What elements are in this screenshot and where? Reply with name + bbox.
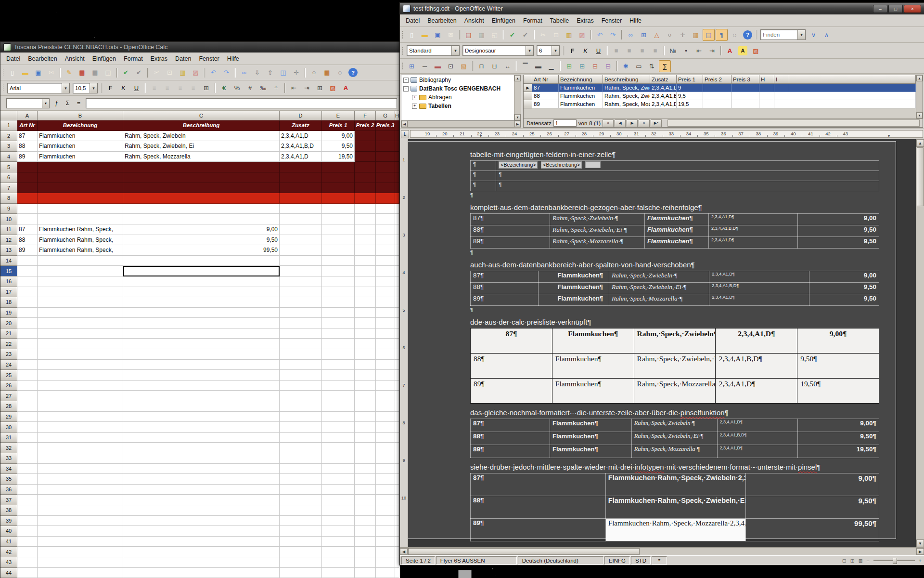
- cell-B9[interactable]: [38, 204, 123, 214]
- calc-navigator-icon[interactable]: ✛: [290, 66, 302, 79]
- vertical-ruler[interactable]: 12345678910: [400, 139, 408, 547]
- writer-copy-icon[interactable]: ⊡: [550, 29, 562, 41]
- cell-E5[interactable]: [322, 162, 355, 172]
- cell-F32[interactable]: [355, 443, 376, 453]
- calc-format-paintbrush-icon[interactable]: ▨: [190, 66, 202, 79]
- cell-H9[interactable]: [395, 204, 399, 214]
- cell-D43[interactable]: [280, 557, 322, 568]
- cell-E18[interactable]: [322, 297, 355, 308]
- row-header-32[interactable]: 32: [0, 443, 17, 453]
- cell-D20[interactable]: [280, 318, 322, 328]
- cell-B37[interactable]: [38, 495, 123, 505]
- grid-cell[interactable]: 2,3,4,A1,B,D: [650, 92, 677, 100]
- cell-A13[interactable]: 89: [17, 245, 38, 256]
- cell-E44[interactable]: [322, 568, 355, 578]
- cell-A28[interactable]: [17, 401, 38, 412]
- grid-cell[interactable]: [732, 100, 759, 108]
- cell-E42[interactable]: [322, 547, 355, 557]
- cell-B10[interactable]: [38, 214, 123, 224]
- cell-C32[interactable]: [123, 443, 280, 453]
- cell-B3[interactable]: Flammkuchen: [38, 141, 123, 152]
- cell-G40[interactable]: [376, 526, 395, 537]
- zoom-out-icon[interactable]: −: [865, 558, 870, 564]
- cell-H20[interactable]: [395, 318, 399, 328]
- writer-find-previous-icon[interactable]: ∧: [821, 29, 833, 41]
- calc-gallery-icon[interactable]: ▦: [321, 66, 333, 79]
- grid-horizontal-scrollbar[interactable]: [667, 119, 920, 127]
- cell-B34[interactable]: [38, 464, 123, 474]
- calc-spellcheck-icon[interactable]: ✔: [120, 66, 132, 79]
- calc-menu-bearbeiten[interactable]: Bearbeiten: [24, 54, 61, 64]
- cell-C34[interactable]: [123, 464, 280, 474]
- cell-A20[interactable]: [17, 318, 38, 328]
- writer-format-paintbrush-icon[interactable]: ▨: [576, 29, 588, 41]
- cell-C24[interactable]: [123, 360, 280, 370]
- cell-D4[interactable]: 2,3,4,A1,D: [280, 152, 322, 162]
- cell-C10[interactable]: [123, 214, 280, 224]
- cell-B33[interactable]: [38, 453, 123, 464]
- row-header-31[interactable]: 31: [0, 433, 17, 443]
- cell-A21[interactable]: [17, 328, 38, 339]
- table-cell[interactable]: 9,50: [809, 283, 879, 294]
- cell-E17[interactable]: [322, 287, 355, 298]
- table-cell[interactable]: Flammkuchen¶: [550, 445, 632, 458]
- cell-C7[interactable]: [123, 183, 280, 194]
- cell-E28[interactable]: [322, 401, 355, 412]
- cell-C36[interactable]: [123, 485, 280, 495]
- writer-sort-icon[interactable]: ⇅: [646, 60, 658, 72]
- ruler-strip[interactable]: 1920212223242526272829303132333435363738…: [410, 130, 923, 138]
- writer-export-pdf-icon[interactable]: ▤: [462, 29, 475, 41]
- writer-table-background-color-icon[interactable]: ▧: [458, 60, 470, 72]
- left-indent-marker[interactable]: ▼: [479, 134, 483, 138]
- cell-F12[interactable]: [355, 235, 376, 246]
- cell-H10[interactable]: [395, 214, 399, 224]
- column-header-A[interactable]: A: [17, 111, 38, 120]
- cell-A6[interactable]: [17, 172, 38, 183]
- table-cell[interactable]: 2,3,4,A1,D¶: [709, 237, 798, 249]
- column-header-H[interactable]: H: [395, 111, 399, 120]
- writer-find-replace-icon[interactable]: ○: [664, 29, 676, 41]
- table-cell[interactable]: Flammkuchen¶: [550, 419, 632, 432]
- row-header-25[interactable]: 25: [0, 370, 17, 381]
- cell-G17[interactable]: [376, 287, 395, 298]
- row-header-2[interactable]: 2: [0, 131, 17, 142]
- calc-number-format-standard-icon[interactable]: #: [244, 82, 256, 94]
- zoom-slider-thumb[interactable]: [893, 558, 897, 564]
- calc-copy-icon[interactable]: ⊡: [164, 66, 176, 79]
- tab-stop-selector[interactable]: L: [401, 130, 409, 138]
- cell-E10[interactable]: [322, 214, 355, 224]
- cell-F9[interactable]: [355, 204, 376, 214]
- cell-H15[interactable]: [395, 266, 399, 276]
- writer-draw-functions-icon[interactable]: △: [651, 29, 663, 41]
- cell-H3[interactable]: [395, 141, 399, 152]
- calc-paste-icon[interactable]: ▥: [177, 66, 189, 79]
- status-modified-flag[interactable]: *: [652, 556, 667, 565]
- grid-column-header-artnr[interactable]: Art Nr: [532, 75, 559, 84]
- cell-C35[interactable]: [123, 474, 280, 485]
- cell-A34[interactable]: [17, 464, 38, 474]
- cell-A37[interactable]: [17, 495, 38, 505]
- cell-H39[interactable]: [395, 516, 399, 526]
- cell-H14[interactable]: [395, 256, 399, 266]
- calc-print-file-icon[interactable]: ▦: [89, 66, 101, 79]
- document-page[interactable]: tabelle·mit·eingefügten·feldern·in·einer…: [408, 141, 896, 539]
- row-header-17[interactable]: 17: [0, 287, 17, 298]
- calc-borders-icon[interactable]: ⊞: [314, 82, 326, 94]
- table-cell[interactable]: 99,50¶: [746, 519, 879, 541]
- cell-H33[interactable]: [395, 453, 399, 464]
- cell-D24[interactable]: [280, 360, 322, 370]
- cell-D32[interactable]: [280, 443, 322, 453]
- tree-item-datbanktoscgengenbach[interactable]: -DatBank Tosc GENGENBACH: [401, 84, 514, 93]
- cell-C11[interactable]: 9,00: [123, 224, 280, 235]
- writer-numbering-on-off-icon[interactable]: №: [667, 45, 679, 57]
- cell-D12[interactable]: [280, 235, 322, 246]
- paragraph[interactable]: ¶: [470, 192, 879, 198]
- table-cell[interactable]: 88¶: [471, 225, 550, 237]
- cell-A2[interactable]: 87: [17, 131, 38, 142]
- table-cell[interactable]: Flammkuchen¶: [644, 237, 708, 249]
- cell-B25[interactable]: [38, 370, 123, 381]
- cell-B24[interactable]: [38, 360, 123, 370]
- cell-H6[interactable]: [395, 172, 399, 183]
- grid-row-2[interactable]: 88FlammkuchenRahm, Speck, Zwiebeln, Ei2,…: [524, 92, 916, 100]
- record-gutter[interactable]: [524, 92, 532, 100]
